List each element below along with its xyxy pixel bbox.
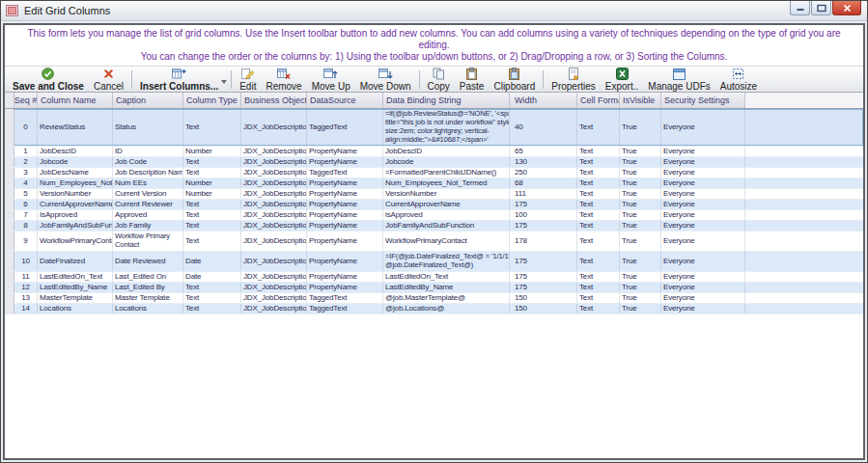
grid-cell-datasource[interactable]: PropertyName xyxy=(307,157,383,167)
grid-row[interactable]: 14LocationsLocationsTextJDX_JobDescripti… xyxy=(5,304,863,314)
grid-header-column-name[interactable]: Column Name xyxy=(38,93,113,108)
grid-cell-seq[interactable]: 3 xyxy=(14,168,38,177)
grid-cell-business-object[interactable]: JDX_JobDescription xyxy=(241,210,307,220)
export-button[interactable]: Export.. xyxy=(601,68,643,92)
grid-cell-binding[interactable]: =IF(@job.DateFinalized_Text@ = '1/1/1900… xyxy=(383,252,510,271)
row-indicator[interactable] xyxy=(5,157,14,167)
grid-cell-is-visible[interactable]: True xyxy=(620,283,661,292)
grid-cell-cell-format[interactable]: Text xyxy=(577,178,620,188)
cancel-button[interactable]: Cancel xyxy=(89,68,128,92)
grid-cell-seq[interactable]: 9 xyxy=(14,232,38,251)
grid-cell-filler[interactable] xyxy=(745,109,863,146)
grid-cell-is-visible[interactable]: True xyxy=(620,157,661,167)
close-button[interactable] xyxy=(832,1,861,15)
grid-cell-width[interactable]: 68 xyxy=(510,178,577,188)
grid-cell-caption[interactable]: Status xyxy=(113,109,183,146)
grid-cell-column-type[interactable]: Date xyxy=(183,272,241,282)
grid-cell-column-type[interactable]: Text xyxy=(183,157,241,167)
grid-cell-is-visible[interactable]: True xyxy=(620,232,661,251)
grid-cell-caption[interactable]: Approved xyxy=(113,210,183,220)
grid-header-caption[interactable]: Caption xyxy=(113,93,183,108)
grid-cell-column-type[interactable]: Text xyxy=(183,232,241,251)
grid-cell-column-type[interactable]: Number xyxy=(183,147,241,156)
grid-cell-binding[interactable]: JobDescID xyxy=(383,147,510,156)
row-indicator[interactable] xyxy=(5,178,14,188)
titlebar[interactable]: Edit Grid Columns xyxy=(1,1,867,21)
grid-cell-width[interactable]: 65 xyxy=(510,147,577,156)
grid-header-cell-format[interactable]: Cell Format xyxy=(577,93,620,108)
grid-cell-datasource[interactable]: TaggedText xyxy=(307,293,383,303)
grid-cell-seq[interactable]: 6 xyxy=(14,200,38,209)
grid-cell-cell-format[interactable]: Text xyxy=(577,157,620,167)
grid-cell-width[interactable]: 175 xyxy=(510,221,577,231)
grid-cell-caption[interactable]: ID xyxy=(113,147,183,156)
grid-cell-cell-format[interactable]: Text xyxy=(577,252,620,271)
move-down-button[interactable]: Move Down xyxy=(355,68,416,92)
grid-cell-filler[interactable] xyxy=(745,252,863,271)
grid-cell-caption[interactable]: Job Family xyxy=(113,221,183,231)
grid-cell-security[interactable]: Everyone xyxy=(661,157,745,167)
grid-cell-datasource[interactable]: TaggedText xyxy=(307,109,383,146)
grid-cell-width[interactable]: 175 xyxy=(510,200,577,209)
grid-cell-column-name[interactable]: MasterTemplate xyxy=(38,293,113,303)
grid-cell-filler[interactable] xyxy=(745,304,863,313)
grid-cell-column-type[interactable]: Text xyxy=(183,293,241,303)
clipboard-button[interactable]: Clipboard xyxy=(489,68,540,92)
grid-cell-column-name[interactable]: VersionNumber xyxy=(38,189,113,199)
grid-cell-width[interactable]: 40 xyxy=(510,109,577,146)
grid-row[interactable]: 4Num_Employees_Not_TNum EEsNumberJDX_Job… xyxy=(5,178,863,189)
grid-cell-column-type[interactable]: Text xyxy=(183,210,241,220)
grid-cell-business-object[interactable]: JDX_JobDescription xyxy=(241,200,307,209)
grid-cell-seq[interactable]: 7 xyxy=(14,210,38,220)
grid-cell-column-name[interactable]: Num_Employees_Not_T xyxy=(38,178,113,188)
grid-cell-is-visible[interactable]: True xyxy=(620,252,661,271)
grid-row[interactable]: 2JobcodeJob CodeTextJDX_JobDescriptionPr… xyxy=(5,157,863,168)
grid-cell-binding[interactable]: VersionNumber xyxy=(383,189,510,199)
grid-cell-caption[interactable]: Workflow Primary Contact xyxy=(113,232,183,251)
grid-cell-binding[interactable]: LastEditedBy_Name xyxy=(383,283,510,292)
grid-cell-is-visible[interactable]: True xyxy=(620,210,661,220)
grid-cell-datasource[interactable]: PropertyName xyxy=(307,272,383,282)
grid-cell-is-visible[interactable]: True xyxy=(620,221,661,231)
grid-cell-datasource[interactable]: PropertyName xyxy=(307,200,383,209)
grid-cell-column-name[interactable]: CurrentApproverName xyxy=(38,200,113,209)
grid-cell-security[interactable]: Everyone xyxy=(661,293,745,303)
grid-cell-filler[interactable] xyxy=(745,293,863,303)
grid-cell-column-type[interactable]: Text xyxy=(183,200,241,209)
grid-cell-width[interactable]: 175 xyxy=(510,252,577,271)
grid-cell-column-type[interactable]: Date xyxy=(183,252,241,271)
grid-row[interactable]: 1JobDescIDIDNumberJDX_JobDescriptionProp… xyxy=(5,147,863,157)
grid-cell-cell-format[interactable]: Text xyxy=(577,232,620,251)
grid-row[interactable]: 5VersionNumberCurrent VersionNumberJDX_J… xyxy=(5,189,863,200)
grid-cell-binding[interactable]: WorkflowPrimaryContact xyxy=(383,232,510,251)
grid-cell-column-name[interactable]: DateFinalized xyxy=(38,252,113,271)
grid-cell-business-object[interactable]: JDX_JobDescription xyxy=(241,168,307,177)
grid-cell-filler[interactable] xyxy=(745,189,863,199)
grid-cell-binding[interactable]: @job.Locations@ xyxy=(383,304,510,313)
grid-header-column-type[interactable]: Column Type xyxy=(183,93,241,108)
grid-cell-filler[interactable] xyxy=(745,221,863,231)
grid-cell-is-visible[interactable]: True xyxy=(620,304,661,313)
grid-cell-is-visible[interactable]: True xyxy=(620,272,661,282)
grid-cell-datasource[interactable]: PropertyName xyxy=(307,147,383,156)
grid-cell-filler[interactable] xyxy=(745,178,863,188)
grid-cell-business-object[interactable]: JDX_JobDescription xyxy=(241,293,307,303)
grid-cell-seq[interactable]: 8 xyxy=(14,221,38,231)
grid-cell-datasource[interactable]: PropertyName xyxy=(307,189,383,199)
grid-header-width[interactable]: Width xyxy=(510,93,577,108)
row-indicator[interactable] xyxy=(5,283,14,292)
grid-cell-datasource[interactable]: PropertyName xyxy=(307,232,383,251)
grid-cell-security[interactable]: Everyone xyxy=(661,200,745,209)
row-indicator[interactable] xyxy=(5,293,14,303)
grid-cell-cell-format[interactable]: Text xyxy=(577,221,620,231)
grid-cell-datasource[interactable]: PropertyName xyxy=(307,210,383,220)
row-indicator[interactable] xyxy=(5,168,14,177)
grid-cell-business-object[interactable]: JDX_JobDescription xyxy=(241,304,307,313)
grid-cell-business-object[interactable]: JDX_JobDescription xyxy=(241,189,307,199)
grid-cell-column-name[interactable]: Jobcode xyxy=(38,157,113,167)
grid-cell-seq[interactable]: 2 xyxy=(14,157,38,167)
grid-cell-binding[interactable]: @job.MasterTemplate@ xyxy=(383,293,510,303)
row-indicator[interactable] xyxy=(5,221,14,231)
grid-header-isvisible[interactable]: IsVisible xyxy=(620,93,661,108)
grid-cell-binding[interactable]: LastEditedOn_Text xyxy=(383,272,510,282)
